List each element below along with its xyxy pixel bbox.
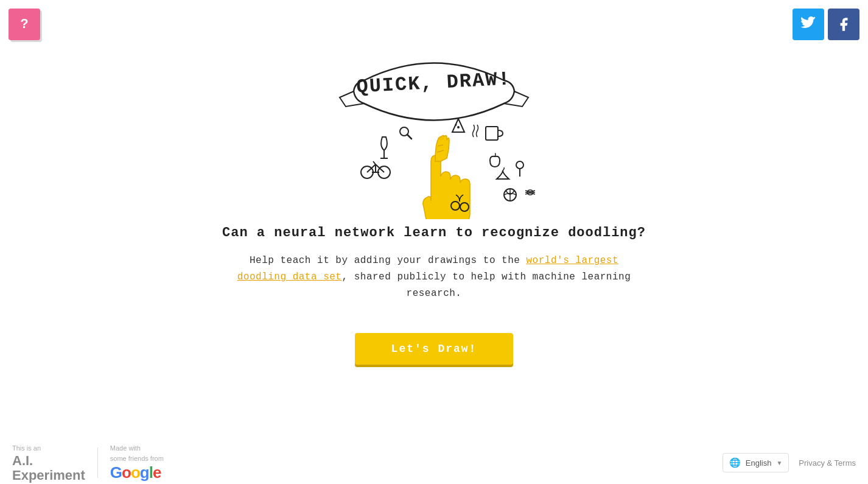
language-label: English — [746, 458, 772, 468]
svg-point-16 — [516, 161, 523, 169]
svg-line-10 — [373, 161, 376, 164]
footer: This is an A.I.Experiment Made withsome … — [0, 441, 868, 484]
lets-draw-button[interactable]: Let's Draw! — [355, 333, 514, 365]
svg-line-26 — [530, 193, 535, 194]
main-content: QUICK, DRAW! — [0, 0, 868, 365]
footer-left: This is an A.I.Experiment Made withsome … — [12, 443, 164, 483]
svg-line-7 — [376, 164, 384, 172]
google-logo: Google — [110, 463, 164, 482]
facebook-icon — [836, 16, 852, 32]
svg-line-23 — [525, 193, 530, 194]
social-buttons-container — [793, 9, 859, 40]
svg-line-6 — [367, 164, 376, 172]
svg-line-21 — [525, 191, 530, 192]
footer-right: 🌐 English ▼ Privacy & Terms — [723, 453, 856, 472]
twitter-icon — [800, 16, 816, 32]
description: Help teach it by adding your drawings to… — [233, 253, 635, 303]
twitter-button[interactable] — [793, 9, 824, 40]
help-button[interactable]: ? — [9, 9, 40, 40]
svg-line-12 — [407, 135, 411, 139]
ai-experiment-branding: This is an A.I.Experiment — [12, 443, 85, 483]
svg-point-3 — [438, 136, 444, 140]
tagline: Can a neural network learn to recognize … — [222, 225, 646, 240]
footer-divider — [97, 447, 98, 478]
svg-point-14 — [455, 124, 457, 126]
made-with-text: Made withsome friends from — [110, 443, 164, 463]
facebook-button[interactable] — [828, 9, 859, 40]
privacy-terms-link[interactable]: Privacy & Terms — [799, 458, 856, 468]
language-selector[interactable]: 🌐 English ▼ — [723, 453, 789, 472]
ai-experiment-label: A.I.Experiment — [12, 454, 85, 483]
description-after: , shared publicly to help with machine l… — [341, 272, 631, 299]
logo-area: QUICK, DRAW! — [306, 37, 562, 219]
svg-rect-15 — [486, 127, 498, 140]
svg-point-13 — [457, 126, 460, 128]
svg-line-24 — [530, 191, 535, 192]
description-before: Help teach it by adding your drawings to… — [250, 255, 527, 266]
this-is-an-text: This is an — [12, 444, 41, 452]
chevron-down-icon: ▼ — [776, 460, 782, 466]
google-branding: Made withsome friends from Google — [110, 443, 164, 482]
banner-illustration: QUICK, DRAW! — [306, 37, 562, 219]
globe-icon: 🌐 — [729, 457, 741, 468]
